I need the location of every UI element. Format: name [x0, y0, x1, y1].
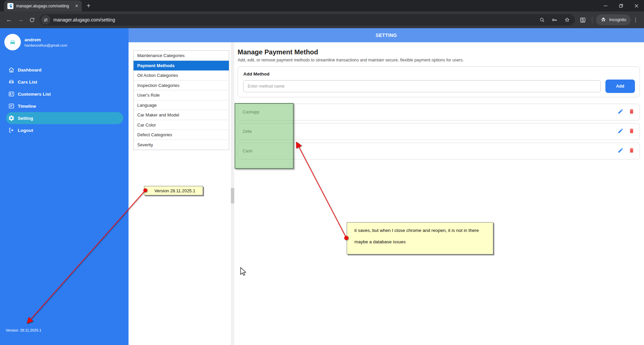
timeline-icon — [8, 103, 15, 109]
edit-icon[interactable] — [617, 128, 624, 135]
browser-tab[interactable]: manager.alugago.com/setting ✕ — [4, 0, 82, 11]
settings-menu-item-inspection-categories[interactable]: Inspection Categories — [134, 81, 229, 91]
sidebar-version-label: Version: 28.11.2025.1 — [6, 328, 41, 332]
main-panel: Manage Payment Method Add, edit, or remo… — [234, 42, 644, 345]
settings-menu-item-defect-categories[interactable]: Defect Categories — [134, 130, 229, 140]
search-tabs-icon[interactable] — [577, 14, 588, 26]
url-bar[interactable]: manager.alugago.com/setting — [40, 14, 575, 26]
browser-tab-bar: manager.alugago.com/setting ✕ + — [0, 0, 644, 11]
add-method-label: Add Method — [243, 71, 635, 77]
browser-toolbar: ← → manager.alugago.com/setting Incognit… — [0, 11, 644, 28]
home-icon — [8, 66, 15, 73]
settings-menu-item-severity[interactable]: Severity — [134, 140, 229, 150]
back-icon[interactable]: ← — [3, 14, 15, 26]
scrollbar[interactable] — [231, 42, 234, 345]
close-window-icon[interactable] — [629, 0, 644, 11]
forward-icon[interactable]: → — [15, 14, 26, 26]
settings-menu-item-maintenance-categories[interactable]: Maintenance Categories — [134, 51, 229, 61]
delete-icon[interactable] — [629, 108, 635, 116]
page-title: SETTING — [376, 33, 397, 38]
incognito-icon — [600, 17, 606, 23]
payment-method-row: Zelle — [238, 123, 640, 140]
method-name-input[interactable] — [243, 80, 601, 92]
sidebar-nav: DashboardCars ListCustomers ListTimeline… — [0, 64, 129, 136]
payment-method-row: Cashapp — [238, 104, 640, 120]
edit-icon[interactable] — [617, 108, 624, 116]
delete-icon[interactable] — [629, 128, 635, 135]
car-avatar-icon — [10, 39, 15, 45]
section-title: Manage Payment Method — [238, 48, 640, 56]
site-settings-icon[interactable] — [41, 15, 50, 24]
user-name: andrem — [24, 37, 67, 42]
new-tab-icon[interactable]: + — [87, 2, 91, 9]
settings-menu-item-user-s-role[interactable]: User's Role — [134, 90, 229, 100]
logout-icon — [8, 127, 15, 134]
content-area: SETTING Maintenance CategoriesPayment Me… — [129, 28, 644, 345]
scrollbar-thumb[interactable] — [231, 188, 234, 203]
sidebar-item-cars-list[interactable]: Cars List — [0, 76, 129, 88]
annotation-note-issue-line1: it saves, but when I close chrome and re… — [354, 225, 490, 236]
sidebar-item-label: Timeline — [18, 104, 36, 109]
sidebar-item-setting[interactable]: Setting — [6, 112, 123, 124]
user-profile: andrem hardwood4us@gmail.com — [0, 28, 129, 50]
user-email: hardwood4us@gmail.com — [24, 43, 67, 47]
browser-menu-icon[interactable]: ⋮ — [631, 17, 641, 23]
app-page: andrem hardwood4us@gmail.com DashboardCa… — [0, 28, 644, 345]
car-icon — [8, 79, 15, 85]
flutter-favicon-icon — [7, 3, 13, 9]
gear-icon — [8, 115, 15, 121]
settings-menu-item-language[interactable]: Language — [134, 100, 229, 110]
add-button[interactable]: Add — [605, 80, 635, 93]
sidebar-item-logout[interactable]: Logout — [0, 124, 129, 136]
sidebar-item-label: Cars List — [18, 80, 37, 85]
toolbar-separator — [592, 16, 592, 23]
sidebar-item-label: Setting — [18, 116, 33, 121]
incognito-label: Incognito — [609, 17, 626, 22]
sidebar-item-label: Logout — [18, 128, 33, 133]
screen: manager.alugago.com/setting ✕ + ← → mana… — [0, 0, 644, 345]
settings-menu-item-car-maker-and-model[interactable]: Car Maker and Model — [134, 110, 229, 120]
annotation-highlight-box — [235, 103, 294, 169]
settings-menu-item-payment-methods[interactable]: Payment Methods — [134, 61, 229, 71]
settings-menu-item-car-color[interactable]: Car Color — [134, 120, 229, 130]
tab-title: manager.alugago.com/setting — [16, 4, 71, 8]
incognito-badge: Incognito — [596, 14, 631, 25]
payment-methods-list: CashappZelleCash — [238, 104, 640, 159]
payment-method-row: Cash — [238, 143, 640, 159]
annotation-note-version-text: Version 28.11.2025.1 — [154, 188, 195, 193]
restore-icon[interactable] — [613, 0, 629, 11]
password-key-icon[interactable] — [551, 17, 558, 23]
bookmark-star-icon[interactable] — [564, 17, 570, 23]
sidebar-item-dashboard[interactable]: Dashboard — [0, 64, 129, 76]
edit-icon[interactable] — [617, 147, 624, 155]
sidebar: andrem hardwood4us@gmail.com DashboardCa… — [0, 28, 129, 345]
contacts-icon — [8, 91, 15, 97]
url-text[interactable]: manager.alugago.com/setting — [53, 17, 115, 22]
annotation-note-version: Version 28.11.2025.1 — [144, 186, 203, 195]
reload-icon[interactable] — [26, 14, 38, 26]
section-subtitle: Add, edit, or remove payment methods to … — [238, 58, 640, 62]
settings-menu: Maintenance CategoriesPayment MethodsOil… — [133, 50, 229, 150]
tab-close-icon[interactable]: ✕ — [74, 3, 79, 9]
settings-menu-item-oil-action-categories[interactable]: Oil Action Categories — [134, 70, 229, 81]
avatar — [4, 34, 21, 50]
sidebar-item-timeline[interactable]: Timeline — [0, 100, 129, 112]
annotation-note-issue: it saves, but when I close chrome and re… — [347, 222, 493, 254]
minimize-icon[interactable] — [598, 0, 613, 11]
delete-icon[interactable] — [629, 147, 635, 155]
add-method-card: Add Method Add — [238, 66, 640, 97]
zoom-icon[interactable] — [539, 17, 545, 23]
annotation-note-issue-line2: maybe a database issues — [354, 236, 490, 248]
sidebar-item-customers-list[interactable]: Customers List — [0, 88, 129, 100]
sidebar-item-label: Dashboard — [18, 67, 42, 72]
page-header: SETTING — [129, 28, 644, 42]
sidebar-item-label: Customers List — [18, 92, 51, 97]
